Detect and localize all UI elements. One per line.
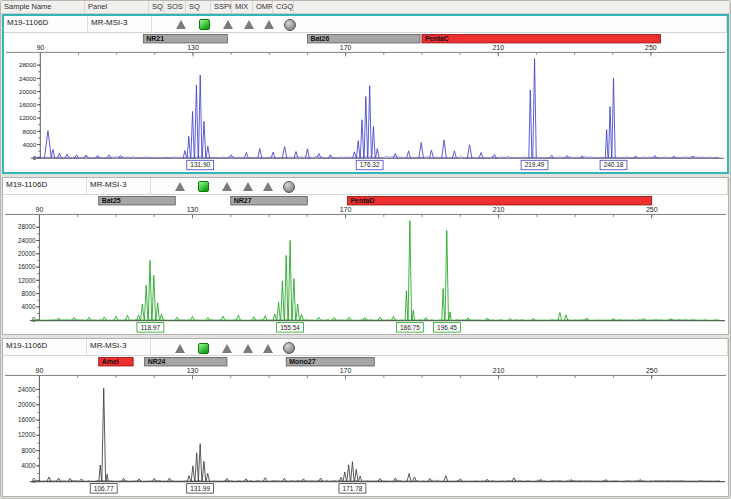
sample-row[interactable]: M19-1106D MR-MSI-3 — [3, 339, 728, 356]
marker-label: NR27 — [234, 197, 252, 204]
electropherogram-black[interactable]: AmelNR24Mono2790130170210250040008000120… — [3, 356, 728, 496]
score-sphere-cell[interactable] — [278, 341, 299, 355]
x-tick-label: 250 — [646, 206, 658, 213]
y-tick-label: 28000 — [19, 61, 37, 68]
marker-label: Bat25 — [102, 197, 121, 204]
y-tick-label: 4000 — [22, 140, 36, 147]
marker-label: NR24 — [148, 358, 166, 365]
allele-labels: 118.97155.54186.75196.45 — [137, 322, 461, 331]
column-header-sos[interactable]: SOS — [164, 1, 186, 13]
score-sphere-icon — [283, 181, 295, 193]
score-sphere-icon — [283, 342, 295, 354]
noise-trace — [32, 319, 720, 320]
sample-row[interactable]: M19-1106D MR-MSI-3 — [3, 178, 728, 195]
x-tick-label: 210 — [493, 367, 505, 374]
y-tick-label: 16000 — [18, 263, 36, 270]
sample-block-1[interactable]: M19-1106D MR-MSI-3 NR21Bat26PentaC901301… — [2, 14, 729, 174]
x-tick-label: 210 — [493, 206, 505, 213]
none-cell[interactable] — [154, 180, 169, 194]
marker-bar-pentac[interactable] — [422, 34, 661, 42]
y-tick-label: 8000 — [21, 290, 35, 297]
warning-triangle-cell[interactable] — [237, 180, 258, 194]
warning-triangle-cell[interactable] — [237, 341, 258, 355]
y-tick-label: 28000 — [18, 223, 36, 230]
x-tick-label: 170 — [340, 206, 352, 213]
row-filler — [299, 341, 727, 355]
warning-triangle-icon — [223, 20, 233, 29]
sample-block-2[interactable]: M19-1106D MR-MSI-3 Bat25NR27PentaD901301… — [2, 177, 729, 336]
none-cell[interactable] — [154, 341, 169, 355]
x-tick-label: 130 — [187, 206, 199, 213]
column-header-sqd[interactable]: SQD — [149, 1, 164, 13]
column-header-mix[interactable]: MIX — [232, 1, 253, 13]
y-axis: 0400080001200016000200002400028000 — [18, 217, 39, 323]
warning-triangle-cell[interactable] — [258, 341, 278, 355]
y-tick-label: 20000 — [19, 87, 37, 94]
marker-bar-pentad[interactable] — [347, 196, 651, 204]
pass-green-square-cell[interactable] — [191, 180, 216, 194]
sample-row[interactable]: M19-1106D MR-MSI-3 — [4, 16, 727, 33]
y-axis: 0400080001200016000200002400028000 — [19, 55, 40, 161]
warning-triangle-cell[interactable] — [259, 18, 279, 32]
pass-green-square-cell[interactable] — [192, 18, 217, 32]
row-filler — [300, 18, 726, 32]
x-tick-label: 90 — [36, 367, 44, 374]
warning-triangle-icon — [264, 20, 274, 29]
electropherogram-green[interactable]: Bat25NR27PentaD9013017021025004000800012… — [3, 195, 728, 335]
sample-name-cell[interactable]: M19-1106D — [3, 339, 87, 355]
pass-green-square-icon — [198, 343, 209, 354]
column-header-omr[interactable]: OMR — [253, 1, 273, 13]
genotype-analysis-window: Sample Name Panel SQD SOS SQ SSPK MIX OM… — [0, 0, 731, 499]
column-header-sspk[interactable]: SSPK — [211, 1, 232, 13]
warning-triangle-icon — [175, 182, 185, 191]
column-header-panel[interactable]: Panel — [85, 1, 149, 13]
warning-triangle-cell[interactable] — [169, 180, 191, 194]
pass-green-square-cell[interactable] — [191, 341, 216, 355]
warning-triangle-icon — [222, 182, 232, 191]
score-sphere-cell[interactable] — [279, 18, 300, 32]
warning-triangle-cell[interactable] — [169, 341, 191, 355]
allele-size-text: 171.78 — [343, 485, 363, 492]
marker-bars: NR21Bat26PentaC — [143, 34, 660, 42]
score-sphere-cell[interactable] — [278, 180, 299, 194]
marker-label: Amel — [102, 358, 119, 365]
column-header-sq[interactable]: SQ — [186, 1, 211, 13]
sample-block-3[interactable]: M19-1106D MR-MSI-3 AmelNR24Mono279013017… — [2, 338, 729, 497]
peak-trace — [57, 220, 673, 320]
allele-size-text: 155.54 — [280, 324, 300, 331]
warning-triangle-cell[interactable] — [216, 180, 237, 194]
warning-triangle-icon — [243, 182, 253, 191]
allele-size-text: 240.18 — [604, 161, 624, 168]
warning-triangle-cell[interactable] — [170, 18, 192, 32]
y-tick-label: 12000 — [18, 276, 36, 283]
warning-triangle-cell[interactable] — [238, 18, 259, 32]
y-tick-label: 12000 — [18, 432, 36, 439]
allele-size-text: 176.32 — [360, 161, 380, 168]
panel-cell[interactable]: MR-MSI-3 — [87, 339, 151, 355]
electropherogram-svg: NR21Bat26PentaC9013017021025004000800012… — [4, 33, 727, 172]
y-tick-label: 12000 — [19, 114, 37, 121]
warning-triangle-icon — [222, 344, 232, 353]
allele-size-text: 219.49 — [525, 161, 545, 168]
quality-flags — [151, 178, 728, 194]
warning-triangle-cell[interactable] — [216, 341, 237, 355]
panel-cell[interactable]: MR-MSI-3 — [88, 16, 152, 32]
warning-triangle-cell[interactable] — [217, 18, 238, 32]
allele-labels: 131.90176.32219.49240.18 — [187, 160, 627, 169]
peak-trace — [44, 58, 694, 157]
x-tick-label: 130 — [187, 43, 199, 50]
warning-triangle-icon — [263, 344, 273, 353]
column-header-sample-name[interactable]: Sample Name — [1, 1, 85, 13]
warning-triangle-cell[interactable] — [258, 180, 278, 194]
panel-cell[interactable]: MR-MSI-3 — [87, 178, 151, 194]
column-header-cgq[interactable]: CGQ — [273, 1, 294, 13]
allele-size-text: 118.97 — [141, 324, 161, 331]
none-cell[interactable] — [155, 18, 170, 32]
warning-triangle-icon — [175, 344, 185, 353]
electropherogram-blue[interactable]: NR21Bat26PentaC9013017021025004000800012… — [4, 33, 727, 172]
row-filler — [299, 180, 727, 194]
marker-bars: AmelNR24Mono27 — [99, 358, 375, 366]
sample-name-cell[interactable]: M19-1106D — [3, 178, 87, 194]
sample-name-cell[interactable]: M19-1106D — [4, 16, 88, 32]
x-tick-label: 170 — [340, 367, 352, 374]
